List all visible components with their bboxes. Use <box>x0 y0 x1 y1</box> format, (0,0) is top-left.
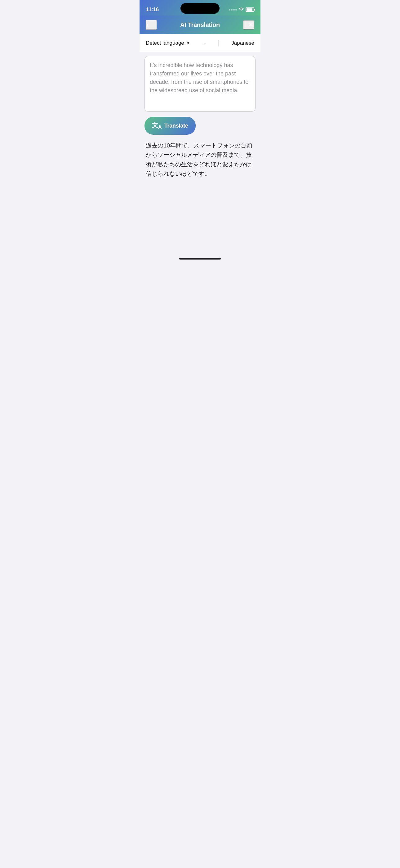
battery-icon <box>245 7 254 12</box>
page-title: AI Translation <box>180 22 220 29</box>
app-header: ‹ AI Translation ✕ <box>139 16 261 34</box>
language-arrow-icon: → <box>200 40 206 46</box>
translated-text: 過去の10年間で、スマートフォンの台頭からソーシャルメディアの普及まで、技術が私… <box>146 141 254 179</box>
wifi-icon <box>239 7 244 12</box>
translate-button[interactable]: 文A Translate <box>144 117 196 135</box>
source-language-selector[interactable]: Detect language ✦ <box>146 40 190 46</box>
target-language-selector[interactable]: Japanese <box>231 40 254 46</box>
status-bar: 11:16 <box>139 0 261 16</box>
input-text: It's incredible how technology has trans… <box>150 61 250 95</box>
input-area[interactable]: It's incredible how technology has trans… <box>144 56 256 112</box>
back-button[interactable]: ‹ <box>146 20 157 30</box>
status-icons <box>229 7 254 12</box>
signal-dots-icon <box>229 9 237 10</box>
language-divider <box>218 40 219 46</box>
translate-button-label: Translate <box>164 123 188 129</box>
language-selector: Detect language ✦ → Japanese <box>139 34 261 52</box>
translate-icon: 文A <box>152 121 162 130</box>
main-content: Detect language ✦ → Japanese It's incred… <box>139 34 261 179</box>
output-area: 過去の10年間で、スマートフォンの台頭からソーシャルメディアの普及まで、技術が私… <box>144 141 256 179</box>
sparkle-icon: ✦ <box>186 40 190 46</box>
home-indicator <box>179 258 221 259</box>
status-time: 11:16 <box>146 6 159 13</box>
source-language-label: Detect language <box>146 40 184 46</box>
dynamic-island <box>180 3 220 14</box>
close-button[interactable]: ✕ <box>243 20 254 30</box>
